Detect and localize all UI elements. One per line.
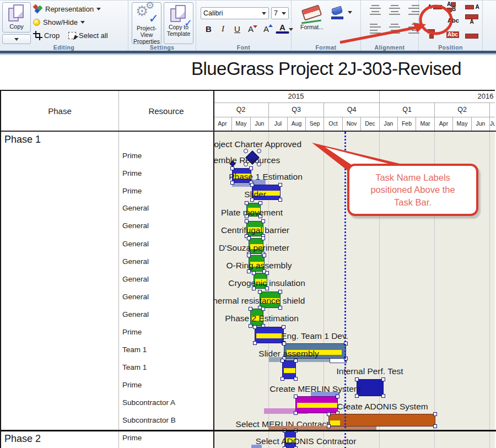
selection-handle[interactable] [261, 219, 265, 223]
selection-handle[interactable] [281, 377, 284, 381]
align-center-middle-button[interactable] [387, 4, 402, 16]
selection-handle[interactable] [250, 183, 254, 187]
italic-button[interactable]: I [216, 23, 230, 35]
selection-handle[interactable] [253, 341, 257, 345]
label-on-bar-button[interactable]: Abc [446, 31, 459, 38]
show-hide-label: Show/Hide [43, 18, 78, 26]
task-label[interactable]: Cryogenic insulation [228, 278, 305, 288]
selection-handle[interactable] [245, 219, 249, 223]
quarter-cell: Q1 [379, 103, 434, 117]
align-left-button[interactable] [368, 23, 382, 35]
label-corner-button[interactable] [428, 29, 435, 39]
font-color-button[interactable]: A [276, 23, 289, 34]
selection-handle[interactable] [336, 395, 339, 398]
task-bar-stripe [297, 403, 337, 408]
selection-handle[interactable] [355, 394, 359, 398]
fill-color-button[interactable] [331, 5, 352, 19]
selection-handle[interactable] [282, 325, 285, 329]
task-bar[interactable] [255, 327, 284, 343]
task-label[interactable]: Plate movement [221, 208, 283, 218]
selection-handle[interactable] [252, 271, 256, 275]
font-size-combo[interactable]: 7 [271, 7, 289, 19]
callout-line: positioned Above the [370, 183, 455, 196]
task-label[interactable]: O-Ring assembly [227, 261, 292, 271]
selection-handle[interactable] [327, 412, 331, 416]
selection-handle[interactable] [249, 166, 253, 170]
task-label[interactable]: Slider [244, 190, 266, 199]
align-center-top-button[interactable] [368, 4, 382, 16]
selection-handle[interactable] [245, 201, 249, 205]
task-label[interactable]: Assemble Resources [213, 155, 280, 165]
selection-handle[interactable] [265, 271, 269, 275]
label-left-of-bar-button[interactable]: A [428, 4, 442, 10]
selection-handle[interactable] [278, 198, 282, 202]
show-hide-button[interactable]: Show/Hide [33, 17, 85, 28]
selection-handle[interactable] [327, 424, 331, 428]
selection-handle[interactable] [294, 377, 298, 381]
selection-handle[interactable] [294, 359, 298, 363]
align-center-button[interactable] [387, 23, 402, 35]
selection-handle[interactable] [278, 183, 282, 187]
task-label[interactable]: Slider assembly [258, 349, 319, 359]
shrink-font-button[interactable]: A [246, 23, 260, 35]
task-label[interactable]: Internal Perf. Test [336, 366, 403, 376]
label-below-bar-button[interactable]: A [465, 14, 478, 24]
selection-handle-round[interactable] [244, 149, 248, 153]
selection-handle[interactable] [281, 359, 284, 363]
no-label-button[interactable] [465, 33, 478, 39]
label-right-of-bar-button[interactable]: A [465, 4, 479, 10]
format-button[interactable]: Format... [295, 2, 328, 42]
task-bar[interactable] [295, 396, 338, 413]
task-label[interactable]: Eng. Team 1 Dev. [281, 331, 348, 341]
selection-handle[interactable] [278, 290, 282, 294]
selection-handle[interactable] [253, 325, 257, 329]
copy-button[interactable]: Copy [2, 2, 31, 33]
selection-handle[interactable] [249, 307, 252, 311]
task-label[interactable]: Centrifugal barrier [221, 225, 289, 235]
label-inline-button[interactable]: Abc [448, 17, 459, 24]
selection-handle[interactable] [433, 424, 437, 428]
bold-button[interactable]: B [202, 23, 215, 35]
task-label[interactable]: D'Souza perimeter [219, 243, 289, 253]
selection-handle[interactable] [247, 236, 251, 240]
selection-handle[interactable] [258, 201, 262, 205]
selection-handle[interactable] [261, 307, 265, 311]
year-cell: 2015 [213, 91, 379, 103]
selection-handle[interactable] [262, 253, 266, 257]
selection-handle[interactable] [381, 377, 385, 381]
copy-dropdown[interactable] [2, 34, 31, 44]
selection-handle[interactable] [294, 395, 298, 398]
selection-handle[interactable] [282, 342, 286, 346]
underline-button[interactable]: U [230, 23, 244, 35]
copy-label: Copy [9, 23, 24, 30]
font-family-combo[interactable]: Calibri [201, 7, 269, 19]
selection-handle[interactable] [433, 412, 437, 416]
task-label[interactable]: Project Charter Approved [213, 139, 301, 149]
task-label[interactable]: Select ADONIS Contractor [256, 436, 357, 446]
copy-to-template-button[interactable]: ✓ Copy to Template [164, 2, 193, 44]
chevron-down-icon [14, 38, 19, 41]
task-label[interactable]: Create ADONIS System [337, 402, 428, 412]
selection-handle-round[interactable] [257, 149, 261, 153]
selection-handle[interactable] [278, 306, 282, 310]
selection-handle[interactable] [381, 394, 385, 398]
selection-handle[interactable] [355, 377, 359, 381]
select-all-button[interactable]: Select all [68, 30, 108, 41]
task-label[interactable]: Phase 2 Estimation [225, 314, 299, 323]
selection-handle[interactable] [294, 411, 298, 415]
resource-name: General [122, 204, 149, 212]
label-stacked-button[interactable]: AB [447, 2, 456, 12]
grow-font-button[interactable]: A [261, 23, 275, 35]
selection-handle[interactable] [247, 253, 251, 257]
task-label[interactable]: Phase 1 Estimation [229, 172, 303, 182]
crop-button[interactable]: Crop [34, 30, 60, 41]
representation-button[interactable]: Representation [33, 3, 101, 14]
task-label[interactable]: Thermal resistance shield [213, 296, 305, 306]
year-label: 2016 [478, 92, 494, 100]
project-view-properties-button[interactable]: ⚙⚙✓ Project-View Properties [132, 2, 161, 44]
selection-handle[interactable] [258, 290, 262, 294]
task-label[interactable]: Create MERLIN System [269, 384, 360, 394]
task-bar[interactable] [282, 360, 296, 379]
selection-handle[interactable] [249, 324, 252, 328]
selection-handle[interactable] [261, 236, 265, 240]
